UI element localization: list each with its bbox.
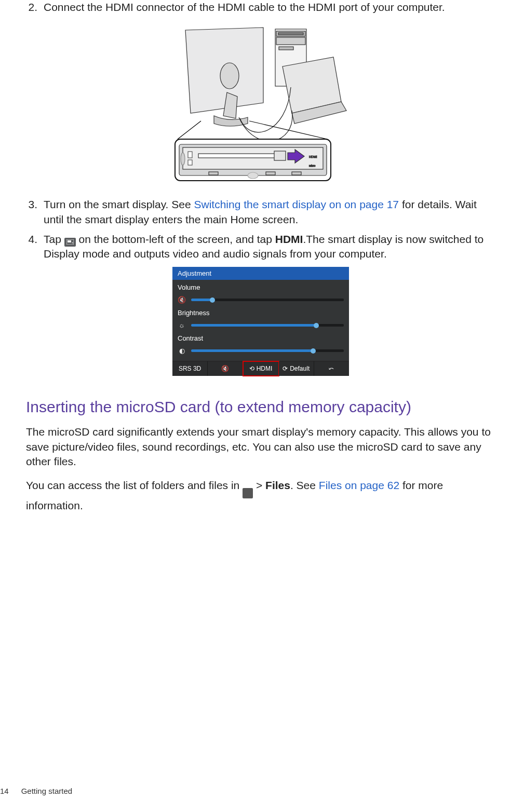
step-number: 3. — [26, 197, 37, 227]
step-4: 4. Tap + on the bottom-left of the scree… — [26, 232, 495, 262]
brightness-icon: ☼ — [178, 321, 186, 330]
svg-rect-13 — [198, 154, 276, 158]
apps-icon — [243, 488, 253, 498]
reset-icon: ⟳ — [283, 364, 288, 373]
files-label: Files — [265, 479, 290, 491]
section-heading: Inserting the microSD card (to extend me… — [26, 397, 495, 418]
svg-rect-11 — [188, 152, 192, 158]
svg-rect-4 — [276, 37, 305, 45]
osd-contrast-label: Contrast — [178, 333, 344, 345]
osd-volume-slider[interactable]: 🔇 — [178, 294, 344, 308]
svg-rect-10 — [183, 147, 323, 169]
step-text: Tap + on the bottom-left of the screen, … — [44, 232, 495, 262]
osd-back-button[interactable]: ⤺ — [314, 361, 349, 376]
link-files[interactable]: Files on page 62 — [319, 479, 399, 491]
step-number: 4. — [26, 232, 37, 262]
paragraph-1: The microSD card significantly extends y… — [26, 425, 495, 469]
section-name: Getting started — [21, 786, 72, 796]
svg-rect-20 — [292, 172, 301, 175]
svg-rect-19 — [266, 172, 275, 175]
osd-volume-label: Volume — [178, 282, 344, 294]
osd-srs-button[interactable]: SRS 3D — [172, 361, 208, 376]
osd-mute-button[interactable]: 🔇 — [208, 361, 243, 376]
osd-default-button[interactable]: ⟳ Default — [279, 361, 314, 376]
svg-rect-12 — [188, 160, 192, 165]
osd-body: Volume 🔇 Brightness ☼ Contrast ◐ — [172, 280, 349, 360]
svg-point-21 — [181, 153, 185, 165]
page-number: 14 — [0, 786, 9, 796]
osd-hdmi-button[interactable]: ⟲ HDMI — [243, 361, 278, 376]
svg-point-0 — [220, 63, 239, 89]
svg-rect-14 — [274, 151, 286, 160]
figure-hdmi-connection: HDMI micro — [162, 20, 359, 186]
hdmi-reload-icon: ⟲ — [249, 364, 254, 373]
volume-icon: 🔇 — [178, 295, 186, 305]
contrast-icon: ◐ — [178, 346, 186, 356]
svg-text:+: + — [72, 241, 74, 244]
svg-point-17 — [248, 172, 258, 179]
step-3: 3. Turn on the smart display. See Switch… — [26, 197, 495, 227]
step-number: 2. — [26, 0, 37, 15]
osd-brightness-label: Brightness — [178, 307, 344, 320]
osd-panel: Adjustment Volume 🔇 Brightness ☼ Contras… — [172, 267, 349, 376]
svg-rect-18 — [209, 172, 218, 175]
osd-title: Adjustment — [172, 267, 349, 280]
page-footer: 14 Getting started — [0, 786, 72, 796]
svg-line-6 — [178, 121, 201, 139]
step-text: Turn on the smart display. See Switching… — [44, 197, 495, 227]
svg-text:micro: micro — [309, 164, 315, 167]
osd-brightness-slider[interactable]: ☼ — [178, 320, 344, 333]
display-mode-icon: + — [64, 238, 76, 247]
svg-line-7 — [249, 121, 327, 139]
svg-text:HDMI: HDMI — [309, 155, 317, 158]
osd-contrast-slider[interactable]: ◐ — [178, 345, 344, 359]
svg-rect-23 — [68, 240, 71, 242]
svg-rect-3 — [278, 33, 303, 35]
link-switching-display[interactable]: Switching the smart display on on page 1… — [194, 198, 399, 210]
step-2: 2. Connect the HDMI connector of the HDM… — [26, 0, 495, 15]
paragraph-2: You can access the list of folders and f… — [26, 478, 495, 513]
step-text: Connect the HDMI connector of the HDMI c… — [44, 0, 495, 15]
hdmi-label: HDMI — [275, 233, 303, 245]
osd-bottom-bar: SRS 3D 🔇 ⟲ HDMI ⟳ Default ⤺ — [172, 361, 349, 376]
svg-rect-5 — [279, 47, 293, 50]
